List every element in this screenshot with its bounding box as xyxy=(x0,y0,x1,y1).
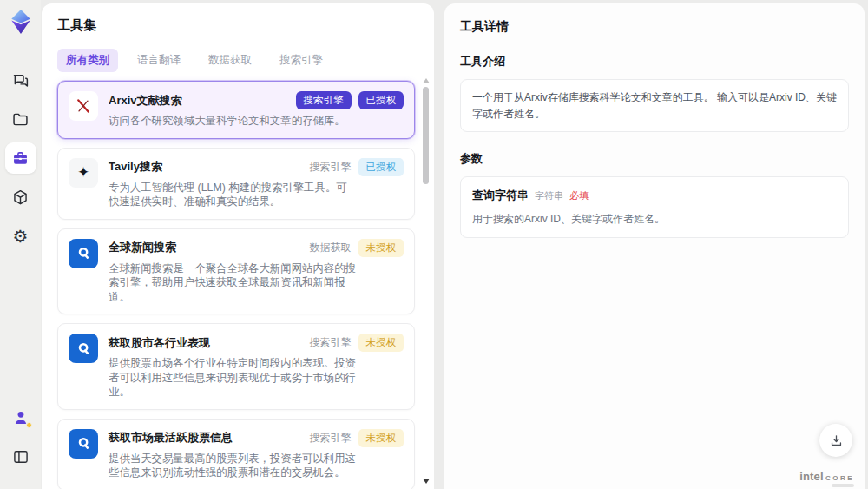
param-box: 查询字符串 字符串 必填 用于搜索的Arxiv ID、关键字或作者姓名。 xyxy=(460,176,849,238)
nav-models-button[interactable] xyxy=(5,182,36,213)
category-label: 搜索引擎 xyxy=(310,160,352,175)
news-icon xyxy=(69,239,98,268)
details-title: 工具详情 xyxy=(460,19,849,35)
tool-name: Arxiv文献搜索 xyxy=(108,93,182,109)
page-title: 工具集 xyxy=(57,17,434,34)
nav-chat-button[interactable] xyxy=(5,64,36,96)
status-badge: 未授权 xyxy=(358,239,404,257)
tab-all-categories[interactable]: 所有类别 xyxy=(57,49,118,72)
scrollbar-thumb[interactable] xyxy=(423,87,429,184)
tool-item-body: 全球新闻搜索 数据获取 未授权 全球新闻搜索是一个聚合全球各大新闻网站内容的搜索… xyxy=(108,239,404,305)
chat-icon xyxy=(11,71,30,89)
tool-description: 访问各个研究领域大量科学论文和文章的存储库。 xyxy=(108,114,358,129)
app-logo-icon xyxy=(8,9,34,35)
scroll-up-arrow-icon[interactable] xyxy=(423,78,430,83)
nav-settings-button[interactable]: ⚙ xyxy=(5,221,36,252)
briefcase-icon xyxy=(11,149,30,168)
tool-item-body: Tavily搜索 搜索引擎 已授权 专为人工智能代理 (LLM) 构建的搜索引擎… xyxy=(108,158,404,209)
param-name: 查询字符串 xyxy=(472,187,529,204)
status-badge: 未授权 xyxy=(358,334,404,352)
tool-description: 提供股票市场各个行业在特定时间段内的表现。投资者可以利用这些信息来识别表现优于或… xyxy=(108,356,358,400)
status-badge: 已授权 xyxy=(358,91,404,109)
category-label: 数据获取 xyxy=(310,241,352,255)
folder-icon xyxy=(11,110,30,129)
tool-item-sector-performance[interactable]: 获取股市各行业表现 搜索引擎 未授权 提供股票市场各个行业在特定时间段内的表现。… xyxy=(57,323,415,410)
category-badge: 搜索引擎 xyxy=(296,91,352,109)
intel-logo-sub: core xyxy=(825,472,854,482)
intel-core-logo: intel core xyxy=(799,470,854,483)
tool-details-panel: 工具详情 工具介绍 一个用于从Arxiv存储库搜索科学论文和文章的工具。 输入可… xyxy=(444,3,865,489)
nav-tools-button[interactable] xyxy=(5,142,36,174)
tool-description: 全球新闻搜索是一个聚合全球各大新闻网站内容的搜索引擎，帮助用户快速获取全球最新资… xyxy=(108,261,358,305)
category-tabs: 所有类别 语言翻译 数据获取 搜索引擎 xyxy=(57,49,434,72)
tab-search-engine[interactable]: 搜索引擎 xyxy=(271,49,332,72)
tool-name: 获取股市各行业表现 xyxy=(108,335,210,351)
param-description: 用于搜索的Arxiv ID、关键字或作者姓名。 xyxy=(472,211,837,228)
tool-name: 全球新闻搜索 xyxy=(108,240,176,255)
download-icon xyxy=(829,433,844,448)
intel-logo-word: intel xyxy=(799,470,824,483)
news-icon xyxy=(69,429,98,459)
intro-box: 一个用于从Arxiv存储库搜索科学论文和文章的工具。 输入可以是Arxiv ID… xyxy=(460,79,849,132)
tavily-icon: ✦ xyxy=(69,158,98,188)
tools-panel: 工具集 所有类别 语言翻译 数据获取 搜索引擎 Arxiv文献搜索 搜索引擎 已… xyxy=(42,3,434,489)
tool-item-body: 获取市场最活跃股票信息 搜索引擎 未授权 提供当天交易量最高的股票列表，投资者可… xyxy=(108,429,404,480)
tool-item-active-stocks[interactable]: 获取市场最活跃股票信息 搜索引擎 未授权 提供当天交易量最高的股票列表，投资者可… xyxy=(57,419,415,489)
tool-name: 获取市场最活跃股票信息 xyxy=(108,430,233,446)
tool-item-arxiv[interactable]: Arxiv文献搜索 搜索引擎 已授权 访问各个研究领域大量科学论文和文章的存储库… xyxy=(57,81,415,139)
user-profile-button[interactable] xyxy=(5,402,36,433)
download-button[interactable] xyxy=(819,424,852,457)
tool-list: Arxiv文献搜索 搜索引擎 已授权 访问各个研究领域大量科学论文和文章的存储库… xyxy=(57,81,415,489)
param-type: 字符串 xyxy=(535,188,563,203)
scroll-down-arrow-icon[interactable] xyxy=(423,479,430,484)
gear-icon: ⚙ xyxy=(13,228,29,245)
user-status-dot xyxy=(26,422,32,428)
app-sidebar: ⚙ xyxy=(0,0,41,489)
tool-name: Tavily搜索 xyxy=(108,159,162,175)
tab-language-translation[interactable]: 语言翻译 xyxy=(128,49,189,72)
nav-files-button[interactable] xyxy=(5,103,36,135)
category-label: 搜索引擎 xyxy=(310,335,352,350)
tab-data-fetching[interactable]: 数据获取 xyxy=(200,49,260,72)
tool-item-tavily[interactable]: ✦ Tavily搜索 搜索引擎 已授权 专为人工智能代理 (LLM) 构建的搜索… xyxy=(57,148,415,220)
tool-item-body: 获取股市各行业表现 搜索引擎 未授权 提供股票市场各个行业在特定时间段内的表现。… xyxy=(108,334,404,400)
cube-icon xyxy=(11,188,30,207)
tool-description: 提供当天交易量最高的股票列表，投资者可以利用这些信息来识别流动性强的股票和潜在的… xyxy=(108,452,358,480)
tool-item-global-news[interactable]: 全球新闻搜索 数据获取 未授权 全球新闻搜索是一个聚合全球各大新闻网站内容的搜索… xyxy=(57,228,415,315)
panel-toggle-icon xyxy=(12,448,30,466)
tool-description: 专为人工智能代理 (LLM) 构建的搜索引擎工具。可快速提供实时、准确和真实的结… xyxy=(108,181,358,209)
status-badge: 已授权 xyxy=(358,158,404,176)
tool-item-body: Arxiv文献搜索 搜索引擎 已授权 访问各个研究领域大量科学论文和文章的存储库… xyxy=(108,91,404,129)
news-icon xyxy=(69,334,98,363)
list-scrollbar[interactable] xyxy=(422,78,430,484)
param-required-badge: 必填 xyxy=(569,188,589,203)
status-badge: 未授权 xyxy=(358,429,404,447)
intro-heading: 工具介绍 xyxy=(460,54,849,69)
intel-ultra-mark xyxy=(832,484,854,487)
params-heading: 参数 xyxy=(460,151,849,167)
arxiv-icon xyxy=(69,91,98,121)
collapse-panel-button[interactable] xyxy=(5,441,36,472)
category-label: 搜索引擎 xyxy=(310,431,352,446)
